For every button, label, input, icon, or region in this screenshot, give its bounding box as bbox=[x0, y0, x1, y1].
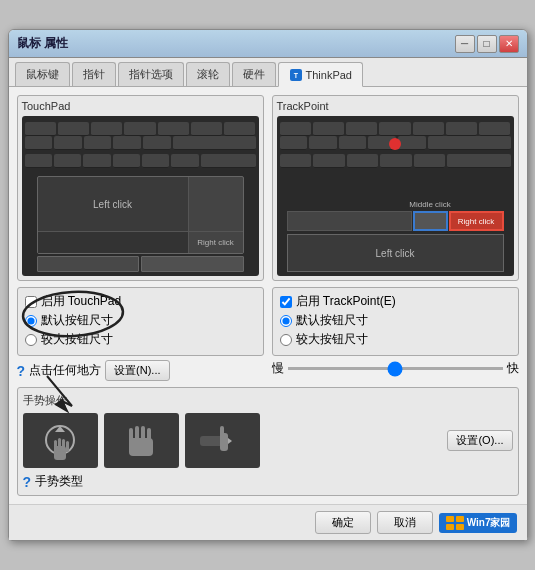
key14 bbox=[25, 154, 52, 168]
touchpad-title: TouchPad bbox=[22, 100, 259, 112]
trk-key17 bbox=[380, 154, 412, 168]
ok-button[interactable]: 确定 bbox=[315, 511, 371, 534]
svg-text:T: T bbox=[293, 72, 298, 79]
gestures-bottom: ? 手势类型 bbox=[23, 473, 513, 490]
window-title: 鼠标 属性 bbox=[17, 35, 68, 52]
tab-pointer[interactable]: 指针 bbox=[72, 62, 116, 86]
svg-rect-9 bbox=[66, 441, 69, 452]
tabs-container: 鼠标键 指针 指针选项 滚轮 硬件 T ThinkPad bbox=[9, 58, 527, 87]
tp-large-size-label: 较大按钮尺寸 bbox=[41, 331, 113, 348]
key12 bbox=[143, 136, 171, 150]
tab-wheel[interactable]: 滚轮 bbox=[186, 62, 230, 86]
minimize-button[interactable]: ─ bbox=[455, 35, 475, 53]
key18 bbox=[142, 154, 169, 168]
trk-left-click-label: Left click bbox=[376, 248, 415, 259]
trk-large-size-label: 较大按钮尺寸 bbox=[296, 331, 368, 348]
svg-rect-7 bbox=[58, 438, 61, 452]
gestures-items-row: 设置(O)... bbox=[23, 413, 513, 468]
key20 bbox=[201, 154, 256, 168]
svg-rect-8 bbox=[62, 439, 65, 452]
default-size-row: 默认按钮尺寸 bbox=[25, 312, 256, 329]
tp-left-btn bbox=[37, 256, 140, 272]
tp-default-size-label: 默认按钮尺寸 bbox=[41, 312, 113, 329]
trk-key7 bbox=[479, 122, 510, 136]
trk-default-size-radio[interactable] bbox=[280, 315, 292, 327]
trackpoint-options: 启用 TrackPoint(E) 默认按钮尺寸 较大按钮尺寸 慢 快 bbox=[272, 287, 519, 381]
gestures-title: 手势操作 bbox=[23, 393, 513, 408]
trackpoint-slider-row: 慢 快 bbox=[272, 360, 519, 377]
trk-top-row: Middle click Right click bbox=[287, 211, 504, 231]
trk-main-area: Left click bbox=[287, 234, 504, 272]
svg-rect-22 bbox=[456, 524, 464, 530]
tab-hardware[interactable]: 硬件 bbox=[232, 62, 276, 86]
key17 bbox=[113, 154, 140, 168]
svg-marker-3 bbox=[55, 398, 67, 411]
enable-touchpad-checkbox[interactable] bbox=[25, 296, 37, 308]
gesture-settings-button[interactable]: 设置(O)... bbox=[447, 430, 512, 451]
cancel-button[interactable]: 取消 bbox=[377, 511, 433, 534]
svg-rect-19 bbox=[446, 516, 454, 522]
gesture-swipe-icon bbox=[192, 418, 252, 463]
trackpoint-speed-slider[interactable] bbox=[288, 367, 503, 370]
tab-mouse-keys[interactable]: 鼠标键 bbox=[15, 62, 70, 86]
key4 bbox=[124, 122, 155, 136]
svg-rect-12 bbox=[135, 426, 139, 444]
touchpad-area: Left click Right click bbox=[37, 176, 244, 254]
win7-badge: Win7家园 bbox=[439, 513, 517, 533]
touchpad-checkboxes: 启用 TouchPad 默认按钮尺寸 较大按钮尺寸 bbox=[17, 287, 264, 356]
title-controls: ─ □ ✕ bbox=[455, 35, 519, 53]
trk-right-btn: Right click bbox=[449, 211, 504, 231]
large-size-row: 较大按钮尺寸 bbox=[25, 331, 256, 348]
gesture-settings-area: 设置(O)... bbox=[447, 430, 512, 451]
close-button[interactable]: ✕ bbox=[499, 35, 519, 53]
tab-pointer-options[interactable]: 指针选项 bbox=[118, 62, 184, 86]
svg-rect-11 bbox=[129, 428, 133, 444]
key8 bbox=[25, 136, 53, 150]
key2 bbox=[58, 122, 89, 136]
key1 bbox=[25, 122, 56, 136]
trk-key6 bbox=[446, 122, 477, 136]
arrow-annotation bbox=[17, 376, 77, 411]
key5 bbox=[158, 122, 189, 136]
touchpad-visualization: Left click Right click bbox=[22, 116, 259, 276]
gestures-section: 手势操作 bbox=[17, 387, 519, 496]
maximize-button[interactable]: □ bbox=[477, 35, 497, 53]
trk-left-top-btn bbox=[287, 211, 412, 231]
tp-right-area bbox=[188, 177, 243, 231]
enable-touchpad-label: 启用 TouchPad bbox=[41, 293, 122, 310]
trackpoint-checkboxes: 启用 TrackPoint(E) 默认按钮尺寸 较大按钮尺寸 bbox=[272, 287, 519, 356]
tp-default-size-radio[interactable] bbox=[25, 315, 37, 327]
trk-buttons-area: Middle click Right click Left click bbox=[287, 211, 504, 272]
trk-key18 bbox=[414, 154, 446, 168]
key11 bbox=[113, 136, 141, 150]
tab-thinkpad[interactable]: T ThinkPad bbox=[278, 62, 363, 87]
key13 bbox=[173, 136, 256, 150]
trk-key1 bbox=[280, 122, 311, 136]
trackpoint-visualization: Middle click Right click Left click bbox=[277, 116, 514, 276]
thinkpad-icon: T bbox=[289, 68, 303, 82]
footer: 确定 取消 Win7家园 bbox=[9, 504, 527, 540]
key7 bbox=[224, 122, 255, 136]
trk-key8 bbox=[280, 136, 308, 150]
panels-row: TouchPad bbox=[17, 95, 519, 281]
touchpad-settings-button[interactable]: 设置(N)... bbox=[105, 360, 169, 381]
gestures-help-icon: ? bbox=[23, 474, 32, 490]
win7-badge-text: Win7家园 bbox=[467, 516, 511, 530]
trk-default-size-label: 默认按钮尺寸 bbox=[296, 312, 368, 329]
trackpoint-dot bbox=[389, 138, 401, 150]
tp-large-size-radio[interactable] bbox=[25, 334, 37, 346]
slider-fast-label: 快 bbox=[507, 360, 519, 377]
tp-left-area: Left click bbox=[38, 177, 188, 231]
svg-rect-13 bbox=[141, 426, 145, 444]
enable-trackpoint-checkbox[interactable] bbox=[280, 296, 292, 308]
trk-key2 bbox=[313, 122, 344, 136]
right-click-label: Right click bbox=[197, 238, 233, 247]
enable-trackpoint-row: 启用 TrackPoint(E) bbox=[280, 293, 511, 310]
trk-large-size-radio[interactable] bbox=[280, 334, 292, 346]
content-area: TouchPad bbox=[9, 87, 527, 504]
trk-default-size-row: 默认按钮尺寸 bbox=[280, 312, 511, 329]
trk-key3 bbox=[346, 122, 377, 136]
gesture-three-finger-icon bbox=[111, 418, 171, 463]
middle-click-label: Middle click bbox=[409, 200, 450, 209]
key3 bbox=[91, 122, 122, 136]
